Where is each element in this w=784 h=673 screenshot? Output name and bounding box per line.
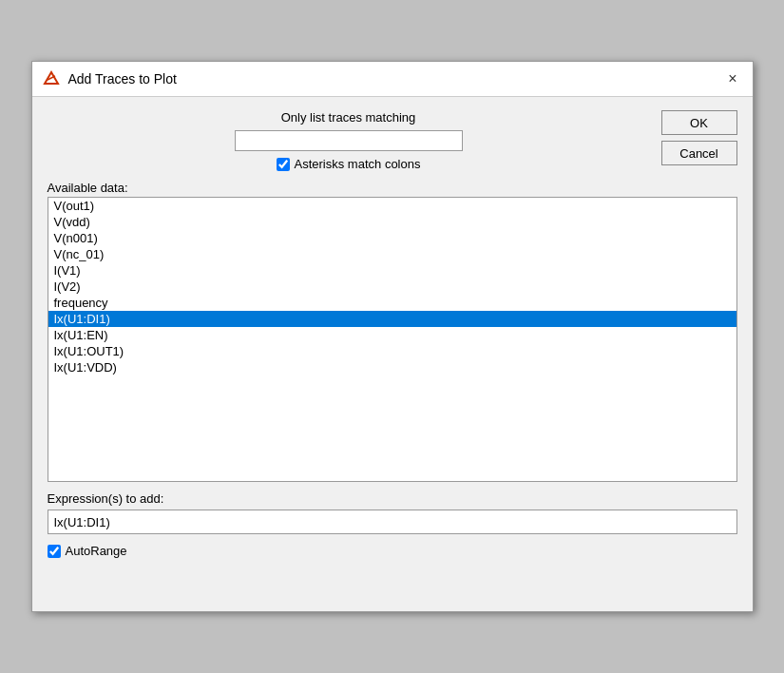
filter-area: Only list traces matching Asterisks matc… — [48, 110, 650, 171]
autorange-checkbox[interactable] — [48, 545, 61, 558]
list-item[interactable]: Ix(U1:VDD) — [48, 359, 736, 375]
filter-input[interactable] — [235, 130, 463, 151]
expression-section: Expression(s) to add: — [48, 491, 737, 534]
asterisks-checkbox-row: Asterisks match colons — [277, 157, 421, 171]
filter-label: Only list traces matching — [281, 110, 416, 125]
ok-button[interactable]: OK — [661, 110, 737, 135]
expression-label: Expression(s) to add: — [48, 491, 737, 506]
close-button[interactable]: × — [722, 69, 742, 88]
list-item[interactable]: V(vdd) — [48, 214, 736, 230]
app-icon — [42, 69, 61, 88]
autorange-row: AutoRange — [48, 544, 737, 558]
expression-input[interactable] — [48, 510, 737, 534]
list-item[interactable]: V(n001) — [48, 230, 736, 246]
dialog-body: Only list traces matching Asterisks matc… — [32, 97, 753, 611]
available-data-section: Available data: V(out1)V(vdd)V(n001)V(nc… — [48, 181, 737, 482]
top-section: Only list traces matching Asterisks matc… — [48, 110, 737, 171]
list-item[interactable]: V(nc_01) — [48, 246, 736, 262]
title-bar-left: Add Traces to Plot — [42, 69, 177, 88]
available-data-listbox[interactable]: V(out1)V(vdd)V(n001)V(nc_01)I(V1)I(V2)fr… — [48, 197, 737, 482]
list-item[interactable]: Ix(U1:EN) — [48, 327, 736, 343]
list-item[interactable]: I(V2) — [48, 279, 736, 295]
cancel-button[interactable]: Cancel — [661, 141, 737, 165]
list-item[interactable]: Ix(U1:OUT1) — [48, 343, 736, 359]
add-traces-dialog: Add Traces to Plot × Only list traces ma… — [31, 61, 754, 612]
list-item[interactable]: I(V1) — [48, 262, 736, 279]
list-item[interactable]: V(out1) — [48, 198, 736, 214]
dialog-title: Add Traces to Plot — [68, 71, 177, 87]
list-item[interactable]: Ix(U1:DI1) — [48, 311, 736, 327]
autorange-label: AutoRange — [66, 544, 127, 558]
asterisks-checkbox[interactable] — [277, 158, 290, 171]
available-data-label: Available data: — [48, 181, 737, 195]
list-item[interactable]: frequency — [48, 295, 736, 311]
title-bar: Add Traces to Plot × — [32, 62, 753, 97]
asterisks-label: Asterisks match colons — [295, 157, 421, 171]
buttons-area: OK Cancel — [661, 110, 737, 165]
